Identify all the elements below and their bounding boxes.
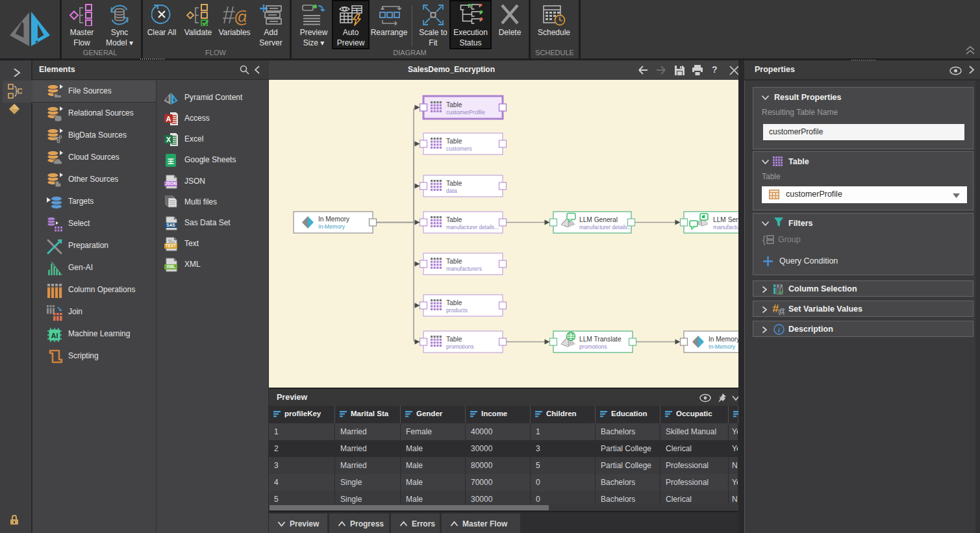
svg-text:manufacturer details...: manufacturer details... — [446, 225, 499, 230]
svg-text:@: @ — [778, 307, 785, 315]
svg-text:In Memory: In Memory — [709, 336, 738, 343]
svg-text:LLM Sentim: LLM Sentim — [713, 216, 738, 223]
svg-text:SAS: SAS — [166, 223, 175, 227]
svg-text:Table: Table — [446, 101, 462, 108]
svg-text:products: products — [446, 307, 468, 314]
svg-text:AI: AI — [51, 332, 58, 340]
svg-text:In Memory: In Memory — [318, 216, 350, 223]
svg-text:LLM General: LLM General — [579, 216, 618, 223]
svg-text:Table: Table — [446, 180, 462, 187]
svg-text:@: @ — [234, 7, 246, 26]
svg-text:In-Memory: In-Memory — [709, 343, 736, 350]
svg-text:In-Memory: In-Memory — [318, 223, 346, 230]
svg-text:customers: customers — [446, 145, 472, 152]
svg-text:LLM Translate: LLM Translate — [579, 336, 622, 343]
svg-text:Table: Table — [446, 258, 462, 265]
svg-text:X: X — [166, 136, 171, 143]
svg-text:{: { — [762, 234, 766, 245]
svg-text:customerProfile: customerProfile — [446, 109, 485, 116]
svg-text:promotions: promotions — [579, 343, 607, 350]
svg-text:data: data — [446, 188, 457, 194]
svg-text:Table: Table — [446, 336, 462, 343]
svg-text:XML: XML — [166, 264, 175, 269]
svg-text:Table: Table — [446, 216, 462, 223]
svg-text:manufacturers: manufacturers — [446, 266, 482, 272]
svg-text:manufacturer: manufacturer — [713, 224, 738, 230]
svg-text:TEXT: TEXT — [166, 243, 177, 248]
svg-text:promotions: promotions — [446, 343, 474, 350]
svg-text:manufacturer details...: manufacturer details... — [579, 225, 632, 230]
svg-text:A: A — [166, 115, 171, 123]
svg-text:JSON: JSON — [165, 181, 177, 186]
svg-text:Table: Table — [446, 138, 462, 145]
svg-text:Table: Table — [446, 299, 462, 306]
svg-text:i: i — [778, 326, 781, 334]
